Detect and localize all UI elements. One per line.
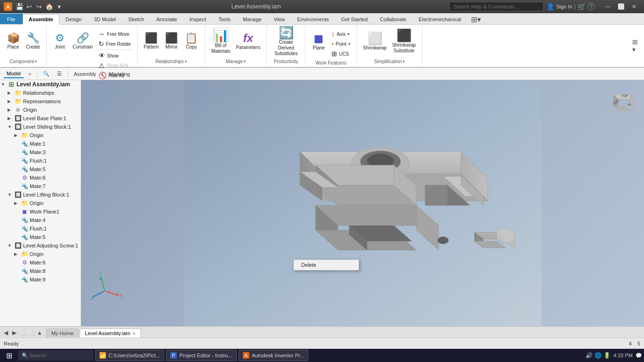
- menu-icon-btn[interactable]: ☰: [54, 70, 65, 78]
- tree-adj-screw-item[interactable]: ▼ 🔲 Level Adjusting Screw:1: [0, 241, 81, 250]
- tab-getstarted[interactable]: Get Started: [335, 14, 374, 24]
- relationships-expand[interactable]: ▶: [8, 90, 14, 95]
- view-cube[interactable]: TOP LEFT FR: [606, 85, 639, 118]
- lifting-block-expand[interactable]: ▼: [8, 192, 14, 197]
- tab-ctrl-grid1[interactable]: ⬜: [19, 329, 26, 337]
- tab-file[interactable]: File: [0, 14, 23, 24]
- qa-save[interactable]: 💾: [15, 2, 24, 11]
- tree-mate4-item[interactable]: 🔩 Mate:4: [0, 216, 81, 224]
- axis-button[interactable]: ↕ Axis ▾: [329, 29, 353, 39]
- tab-inspect[interactable]: Inspect: [183, 14, 212, 24]
- free-move-button[interactable]: ↔ Free Move: [96, 29, 133, 39]
- sliding-block-expand[interactable]: ▼: [8, 124, 14, 129]
- tree-base-plate-item[interactable]: ▶ 🔲 Level Base Plate:1: [0, 114, 81, 123]
- tree-mate6b-item[interactable]: ⚙ Mate:6: [0, 258, 81, 267]
- shrinkwrap-button[interactable]: ⬜ Shrinkwrap: [361, 27, 389, 56]
- base-plate-expand[interactable]: ▶: [8, 116, 14, 121]
- tab-design[interactable]: Design: [59, 14, 88, 24]
- tab-collaborate[interactable]: Collaborate: [374, 14, 413, 24]
- representations-expand[interactable]: ▶: [8, 99, 14, 104]
- tree-screw-origin-item[interactable]: ▶ 📁 Origin: [0, 250, 81, 258]
- sign-in-label[interactable]: Sign In: [556, 4, 572, 9]
- bom-button[interactable]: 📊 Bill ofMaterials: [209, 27, 233, 56]
- free-rotate-button[interactable]: ↻ Free Rotate: [96, 39, 133, 49]
- tab-ctrl-right[interactable]: ▶: [10, 329, 18, 337]
- tab-ctrl-up[interactable]: ▲: [36, 329, 43, 337]
- model-tab[interactable]: Model: [4, 70, 24, 78]
- shrinkwrap-sub-button[interactable]: ⬛ ShrinkwrapSubstitute: [390, 27, 418, 56]
- manage-group-label[interactable]: Manage ▾: [223, 58, 248, 65]
- help-icon[interactable]: ?: [587, 3, 595, 10]
- tab-view[interactable]: View: [268, 14, 291, 24]
- tab-ctrl-grid2[interactable]: ⬜: [27, 329, 35, 337]
- cart-icon[interactable]: 🛒: [578, 3, 586, 10]
- context-menu[interactable]: Delete: [293, 259, 359, 271]
- taskbar-autodesk-inventor[interactable]: A Autodesk Inventor Pr...: [239, 350, 308, 361]
- constrain-button[interactable]: 🔗 Constrain: [70, 27, 95, 56]
- place-button[interactable]: 📦 Place: [4, 27, 23, 56]
- tree-mate5b-item[interactable]: 🔩 Mate:5: [0, 233, 81, 241]
- tree-relationships-item[interactable]: ▶ 📁 Relationships: [0, 89, 81, 97]
- show-sick-button[interactable]: ⚠ Show Sick: [96, 61, 133, 70]
- tree-mate8-item[interactable]: 🔩 Mate:8: [0, 267, 81, 275]
- productivity-group-label[interactable]: Productivity: [271, 58, 301, 65]
- tree-mate7-item[interactable]: 🔩 Mate:7: [0, 182, 81, 190]
- screw-origin-expand[interactable]: ▶: [14, 252, 21, 256]
- ucs-button[interactable]: ⊞ UCS: [329, 49, 353, 58]
- maximize-button[interactable]: ⬜: [615, 2, 627, 11]
- bottom-tab-my-home[interactable]: My Home: [46, 329, 79, 337]
- mirror-button[interactable]: ⬛ Mirror: [162, 27, 181, 56]
- tree-lifting-block-item[interactable]: ▼ 🔲 Level Lifting Block:1: [0, 190, 81, 199]
- tree-origin-1-item[interactable]: ▶ ⊕ Origin: [0, 106, 81, 114]
- tree-workplane1-item[interactable]: ◼ Work Plane1: [0, 207, 81, 216]
- ribbon-options-button[interactable]: ⊞▾: [628, 32, 642, 60]
- tree-mate6a-item[interactable]: ⚙ Mate:6: [0, 173, 81, 182]
- start-button[interactable]: ⊞: [2, 349, 16, 362]
- context-menu-delete[interactable]: Delete: [294, 260, 359, 270]
- taskbar-project-editor[interactable]: P Project Editor - Instru...: [166, 350, 236, 361]
- level-assembly-close[interactable]: ✕: [132, 331, 136, 336]
- plus-tab[interactable]: +: [25, 70, 34, 78]
- copy-button[interactable]: 📋 Copy: [182, 27, 201, 56]
- tree-flush1-item[interactable]: 🔩 Flush:1: [0, 156, 81, 165]
- qa-undo[interactable]: ↩: [25, 2, 33, 11]
- tray-battery-icon[interactable]: 🔋: [603, 352, 611, 359]
- qa-redo[interactable]: ↪: [35, 2, 43, 11]
- tab-sketch[interactable]: Sketch: [122, 14, 150, 24]
- tree-sliding-block-item[interactable]: ▼ 🔲 Level Sliding Block:1: [0, 123, 81, 131]
- origin-1-expand[interactable]: ▶: [8, 107, 14, 112]
- assembly-view-tab[interactable]: Assembly: [71, 70, 99, 78]
- minimize-button[interactable]: —: [602, 2, 614, 11]
- tab-assemble[interactable]: Assemble: [23, 14, 59, 25]
- viewport[interactable]: Delete TOP LEFT FR: [81, 80, 644, 326]
- sliding-origin-expand[interactable]: ▶: [14, 133, 21, 138]
- tab-environments[interactable]: Environments: [291, 14, 335, 24]
- parameters-button[interactable]: fx Parameters: [233, 27, 263, 56]
- qa-options[interactable]: ▾: [55, 2, 63, 11]
- pattern-button[interactable]: ⬛ Pattern: [141, 27, 161, 56]
- root-expand-btn[interactable]: ▼: [1, 82, 8, 87]
- search-icon-btn[interactable]: 🔍: [40, 70, 52, 78]
- tab-tools[interactable]: Tools: [212, 14, 237, 24]
- tree-flush1b-item[interactable]: 🔩 Flush:1: [0, 224, 81, 233]
- tab-annotate[interactable]: Annotate: [150, 14, 183, 24]
- create-derived-button[interactable]: 🔄 Create DerivedSubstitutes: [271, 27, 301, 56]
- tree-lifting-origin-item[interactable]: ▶ 📁 Origin: [0, 199, 81, 207]
- tree-mate3-item[interactable]: 🔩 Mate:3: [0, 148, 81, 156]
- plane-button[interactable]: ◼ Plane: [309, 27, 328, 56]
- qa-home[interactable]: 🏠: [45, 2, 53, 11]
- create-button[interactable]: 🔧 Create: [24, 27, 42, 56]
- relationships-group-label[interactable]: Relationships ▾: [153, 58, 190, 65]
- show-button[interactable]: 👁 Show: [96, 51, 133, 60]
- adj-screw-expand[interactable]: ▼: [8, 243, 14, 248]
- ribbon-options-icon[interactable]: ⊞▾: [469, 15, 483, 24]
- tree-mate1-item[interactable]: 🔩 Mate:1: [0, 140, 81, 148]
- simplification-group-label[interactable]: Simplification ▾: [371, 58, 407, 65]
- tray-network-icon[interactable]: 🌐: [594, 352, 602, 359]
- tray-speaker-icon[interactable]: 🔊: [586, 352, 593, 359]
- point-button[interactable]: • Point ▾: [329, 39, 353, 49]
- work-features-group-label[interactable]: Work Features: [313, 59, 349, 66]
- taskbar-file-explorer[interactable]: 📁 C:\Users\ortiza2\Pict...: [95, 350, 164, 361]
- taskbar-search-input[interactable]: [18, 350, 93, 361]
- tree-representations-item[interactable]: ▶ 📁 Representations: [0, 97, 81, 106]
